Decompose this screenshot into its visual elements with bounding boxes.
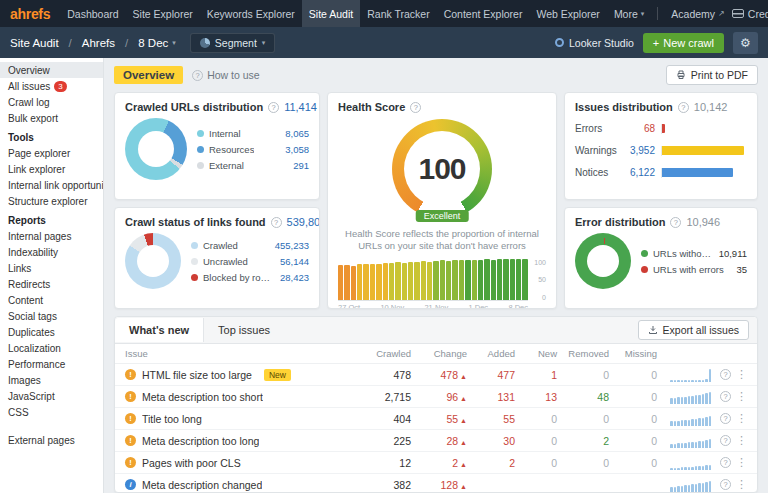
kebab-menu-icon[interactable]: ⋮ xyxy=(736,368,747,381)
kebab-menu-icon[interactable]: ⋮ xyxy=(736,434,747,447)
spark-bar xyxy=(691,467,694,470)
sidebar-item-css[interactable]: CSS xyxy=(0,404,103,420)
sidebar-item-link-explorer[interactable]: Link explorer xyxy=(0,161,103,177)
credits-usage-menu[interactable]: Credits usage ▾ xyxy=(732,8,768,20)
issue-name[interactable]: Title too long xyxy=(142,413,202,425)
issue-name[interactable]: Meta description too long xyxy=(142,435,259,447)
issue-dist-label: Warnings xyxy=(575,145,619,156)
issue-name[interactable]: Pages with poor CLS xyxy=(142,457,241,469)
sidebar-item-external-pages[interactable]: External pages xyxy=(0,432,103,448)
table-row-pages-with-poor-cls[interactable]: !Pages with poor CLS122▲2000?⋮ xyxy=(115,452,757,474)
new-value: 13 xyxy=(515,391,557,403)
sidebar-item-all-issues[interactable]: All issues3 xyxy=(0,78,103,94)
legend-value[interactable]: 10,911 xyxy=(719,248,747,259)
sidebar-item-links[interactable]: Links xyxy=(0,260,103,276)
card-total[interactable]: 10,142 xyxy=(694,101,728,113)
help-icon[interactable]: ? xyxy=(720,457,731,468)
nav-item-site-audit[interactable]: Site Audit xyxy=(302,0,360,27)
table-row-html-file-size-too-large[interactable]: !HTML file size too largeNew478478▲47710… xyxy=(115,364,757,386)
sidebar-item-bulk-export[interactable]: Bulk export xyxy=(0,110,103,126)
looker-studio-link[interactable]: Looker Studio xyxy=(555,37,634,49)
sidebar-item-structure-explorer[interactable]: Structure explorer xyxy=(0,193,103,209)
table-row-meta-description-too-long[interactable]: !Meta description too long22528▲30020?⋮ xyxy=(115,430,757,452)
sidebar-item-javascript[interactable]: JavaScript xyxy=(0,388,103,404)
legend-label: External xyxy=(209,160,244,171)
legend-value[interactable]: 28,423 xyxy=(280,272,309,283)
tab-whats-new[interactable]: What's new xyxy=(115,318,204,342)
sidebar-item-page-explorer[interactable]: Page explorer xyxy=(0,145,103,161)
nav-item-site-explorer[interactable]: Site Explorer xyxy=(126,0,200,27)
table-row-meta-description-changed[interactable]: iMeta description changed382128▲?⋮ xyxy=(115,474,757,493)
spark-bar xyxy=(681,467,684,470)
nav-item-web-explorer[interactable]: Web Explorer xyxy=(529,0,606,27)
kebab-menu-icon[interactable]: ⋮ xyxy=(736,412,747,425)
table-row-title-too-long[interactable]: !Title too long40455▲55000?⋮ xyxy=(115,408,757,430)
issue-cell: !Meta description too long xyxy=(125,435,361,447)
spark-bar xyxy=(684,485,687,492)
sidebar-item-internal-pages[interactable]: Internal pages xyxy=(0,228,103,244)
crawl-date-dropdown[interactable]: 8 Dec ▾ xyxy=(138,37,176,49)
sidebar-item-internal-link-opportunities[interactable]: Internal link opportunities xyxy=(0,177,103,193)
breadcrumb-project[interactable]: Ahrefs xyxy=(82,37,115,49)
help-icon[interactable]: ? xyxy=(678,102,689,113)
issue-dist-value[interactable]: 6,122 xyxy=(625,167,655,178)
issue-name[interactable]: Meta description too short xyxy=(142,391,263,403)
sidebar-item-duplicates[interactable]: Duplicates xyxy=(0,324,103,340)
help-icon[interactable]: ? xyxy=(271,217,282,228)
help-icon[interactable]: ? xyxy=(268,102,279,113)
legend-value[interactable]: 455,233 xyxy=(275,240,309,251)
error-distribution-legend: URLs without errors10,911URLs with error… xyxy=(641,248,747,275)
help-icon[interactable]: ? xyxy=(720,391,731,402)
sidebar-item-social-tags[interactable]: Social tags xyxy=(0,308,103,324)
nav-item-dashboard[interactable]: Dashboard xyxy=(60,0,125,27)
sidebar-item-indexability[interactable]: Indexability xyxy=(0,244,103,260)
settings-button[interactable]: ⚙ xyxy=(733,32,758,54)
column-crawled: Crawled xyxy=(361,348,411,359)
tab-top-issues[interactable]: Top issues xyxy=(204,318,284,342)
help-icon[interactable]: ? xyxy=(720,435,731,446)
sidebar-item-performance[interactable]: Performance xyxy=(0,356,103,372)
issue-dist-value[interactable]: 68 xyxy=(625,123,655,134)
nav-item-rank-tracker[interactable]: Rank Tracker xyxy=(360,0,436,27)
sidebar-item-images[interactable]: Images xyxy=(0,372,103,388)
help-icon[interactable]: ? xyxy=(720,479,731,490)
kebab-menu-icon[interactable]: ⋮ xyxy=(736,478,747,491)
new-crawl-button[interactable]: + New crawl xyxy=(643,33,724,53)
issue-dist-value[interactable]: 3,952 xyxy=(625,145,655,156)
kebab-menu-icon[interactable]: ⋮ xyxy=(736,390,747,403)
print-to-pdf-button[interactable]: Print to PDF xyxy=(666,65,758,85)
card-total-link[interactable]: 539,800 xyxy=(287,216,320,228)
sidebar-item-crawl-log[interactable]: Crawl log xyxy=(0,94,103,110)
ahrefs-logo[interactable]: ahrefs xyxy=(10,6,50,22)
legend-value[interactable]: 56,144 xyxy=(280,256,309,267)
help-icon[interactable]: ? xyxy=(670,217,681,228)
spark-bar xyxy=(670,380,673,382)
issue-name[interactable]: Meta description changed xyxy=(142,479,262,491)
breadcrumb-app[interactable]: Site Audit xyxy=(10,37,59,49)
table-row-meta-description-too-short[interactable]: !Meta description too short2,71596▲13113… xyxy=(115,386,757,408)
sidebar-item-content[interactable]: Content xyxy=(0,292,103,308)
how-to-use-link[interactable]: ? How to use xyxy=(192,69,260,81)
legend-value[interactable]: 291 xyxy=(293,160,309,171)
help-icon[interactable]: ? xyxy=(720,369,731,380)
legend-value[interactable]: 3,058 xyxy=(285,144,309,155)
help-icon[interactable]: ? xyxy=(720,413,731,424)
card-total-link[interactable]: 11,414 xyxy=(284,101,317,113)
help-icon[interactable]: ? xyxy=(410,102,421,113)
sidebar-item-overview[interactable]: Overview xyxy=(0,62,103,78)
export-all-issues-button[interactable]: Export all issues xyxy=(638,320,749,340)
issue-name[interactable]: HTML file size too large xyxy=(142,369,252,381)
removed-value: 0 xyxy=(557,457,609,469)
sidebar-item-redirects[interactable]: Redirects xyxy=(0,276,103,292)
nav-item-academy[interactable]: Academy↗ xyxy=(664,0,731,27)
kebab-menu-icon[interactable]: ⋮ xyxy=(736,456,747,469)
card-total[interactable]: 10,946 xyxy=(686,216,720,228)
segment-button[interactable]: Segment ▾ xyxy=(190,33,276,53)
nav-item-more[interactable]: More▾ xyxy=(607,0,651,27)
sidebar-item-localization[interactable]: Localization xyxy=(0,340,103,356)
legend-value[interactable]: 35 xyxy=(736,264,747,275)
legend-value[interactable]: 8,065 xyxy=(285,128,309,139)
nav-item-keywords-explorer[interactable]: Keywords Explorer xyxy=(200,0,302,27)
nav-item-content-explorer[interactable]: Content Explorer xyxy=(437,0,530,27)
legend-item-resources: Resources3,058 xyxy=(197,144,309,155)
